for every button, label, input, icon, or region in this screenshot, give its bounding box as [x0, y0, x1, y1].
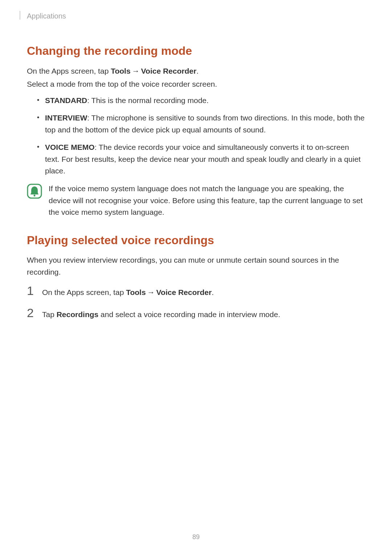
note-block: If the voice memo system language does n…: [27, 183, 365, 218]
section2-intro: When you review interview recordings, yo…: [27, 254, 365, 278]
text: Tap: [42, 310, 57, 319]
section-heading-1: Changing the recording mode: [27, 42, 365, 60]
mode-standard-label: STANDARD: [45, 96, 87, 104]
mode-voicememo-label: VOICE MEMO: [45, 143, 95, 151]
nav-tools: Tools: [126, 288, 146, 296]
nav-voice-recorder: Voice Recorder: [141, 67, 197, 75]
text: On the Apps screen, tap: [27, 67, 111, 75]
bell-icon: [27, 184, 42, 199]
mode-standard-text: : This is the normal recording mode.: [87, 96, 209, 104]
svg-point-1: [34, 194, 36, 196]
page-number: 89: [0, 533, 392, 541]
breadcrumb: Applications: [27, 12, 66, 20]
mode-list: STANDARD: This is the normal recording m…: [27, 95, 365, 177]
list-item: 2 Tap Recordings and select a voice reco…: [27, 307, 365, 321]
mode-interview-label: INTERVIEW: [45, 114, 87, 122]
arrow-icon: →: [146, 288, 156, 296]
section1-intro: On the Apps screen, tap Tools→Voice Reco…: [27, 65, 365, 77]
step-list: 1 On the Apps screen, tap Tools→Voice Re…: [27, 284, 365, 320]
list-item: INTERVIEW: The microphone is sensitive t…: [37, 112, 365, 136]
step-number-2: 2: [27, 307, 36, 319]
header-divider: [20, 11, 20, 20]
list-item: 1 On the Apps screen, tap Tools→Voice Re…: [27, 284, 365, 299]
nav-tools: Tools: [111, 67, 130, 75]
note-text: If the voice memo system language does n…: [49, 183, 365, 218]
text: .: [212, 288, 214, 296]
step-number-1: 1: [27, 284, 36, 297]
list-item: VOICE MEMO: The device records your voic…: [37, 141, 365, 177]
nav-voice-recorder: Voice Recorder: [156, 288, 212, 296]
step-1-text: On the Apps screen, tap Tools→Voice Reco…: [42, 287, 214, 299]
text: and select a voice recording made in int…: [98, 310, 280, 319]
section1-intro2: Select a mode from the top of the voice …: [27, 78, 365, 90]
section-heading-2: Playing selected voice recordings: [27, 231, 365, 250]
list-item: STANDARD: This is the normal recording m…: [37, 95, 365, 107]
text: On the Apps screen, tap: [42, 288, 126, 296]
nav-recordings: Recordings: [57, 310, 99, 319]
page-content: Changing the recording mode On the Apps …: [0, 0, 392, 320]
step-2-text: Tap Recordings and select a voice record…: [42, 309, 280, 321]
mode-interview-text: : The microphone is sensitive to sounds …: [45, 114, 364, 134]
text: .: [196, 67, 199, 75]
arrow-icon: →: [131, 67, 141, 75]
